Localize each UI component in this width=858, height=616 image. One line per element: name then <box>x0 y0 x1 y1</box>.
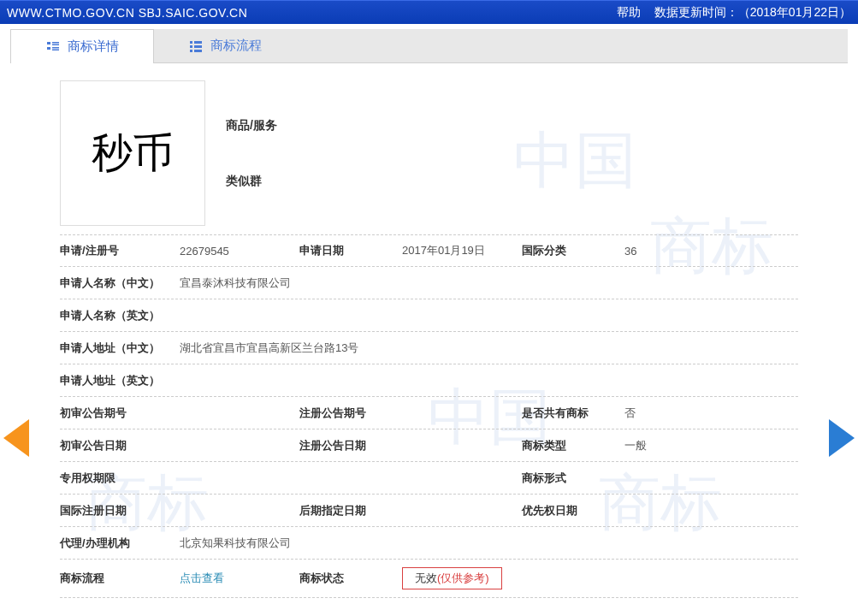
svg-rect-6 <box>190 41 192 44</box>
address-cn-label: 申请人地址（中文） <box>60 341 180 356</box>
applicant-en-label: 申请人名称（英文） <box>60 308 180 323</box>
svg-rect-7 <box>194 41 202 44</box>
svg-rect-2 <box>52 44 59 45</box>
prelim-date-label: 初审公告日期 <box>60 438 180 453</box>
row-prelim-no: 初审公告期号 注册公告期号 是否共有商标 否 <box>60 397 798 429</box>
tm-type-value: 一般 <box>624 438 744 453</box>
late-date-label: 后期指定日期 <box>299 503 402 518</box>
row-exclusive: 专用权期限 商标形式 <box>60 462 798 495</box>
tab-trademark-process[interactable]: 商标流程 <box>154 29 296 62</box>
applicant-cn-label: 申请人名称（中文） <box>60 275 180 291</box>
status-note: (仅供参考) <box>437 572 489 584</box>
row-address-en: 申请人地址（英文） <box>60 364 798 397</box>
app-date-value: 2017年01月19日 <box>402 243 522 258</box>
process-icon <box>188 38 204 54</box>
intl-class-label: 国际分类 <box>522 243 624 258</box>
address-en-label: 申请人地址（英文） <box>60 373 180 388</box>
status-badge: 无效(仅供参考) <box>402 567 502 589</box>
svg-rect-9 <box>194 45 202 48</box>
row-registration: 申请/注册号 22679545 申请日期 2017年01月19日 国际分类 36 <box>60 234 798 267</box>
svg-rect-5 <box>52 49 59 50</box>
process-label: 商标流程 <box>60 571 180 586</box>
address-cn-value: 湖北省宜昌市宜昌高新区兰台路13号 <box>180 341 798 356</box>
svg-rect-10 <box>190 50 192 52</box>
app-date-label: 申请日期 <box>299 243 402 258</box>
help-link[interactable]: 帮助 <box>617 5 641 21</box>
svg-rect-4 <box>52 47 59 49</box>
process-view-link[interactable]: 点击查看 <box>180 572 224 584</box>
row-agent: 代理/办理机构 北京知果科技有限公司 <box>60 527 798 560</box>
status-value: 无效 <box>415 572 437 584</box>
reg-no-label: 申请/注册号 <box>60 243 180 258</box>
header-section: 秒币 商品/服务 类似群 <box>60 80 798 226</box>
row-prelim-date: 初审公告日期 注册公告日期 商标类型 一般 <box>60 429 798 462</box>
svg-rect-8 <box>190 45 192 48</box>
row-process-status: 商标流程 点击查看 商标状态 无效(仅供参考) <box>60 560 798 598</box>
content-panel: 秒币 商品/服务 类似群 申请/注册号 22679545 申请日期 2017年0… <box>0 63 858 598</box>
similar-group-label: 类似群 <box>226 174 277 189</box>
tabs: 商标详情 商标流程 <box>10 29 848 63</box>
agent-label: 代理/办理机构 <box>60 536 180 551</box>
goods-services-label: 商品/服务 <box>226 118 277 133</box>
process-link-cell: 点击查看 <box>180 571 299 586</box>
tm-type-label: 商标类型 <box>522 438 624 453</box>
svg-rect-3 <box>47 47 50 50</box>
details-icon <box>45 39 61 55</box>
joint-value: 否 <box>624 406 744 421</box>
reg-notice-no-label: 注册公告期号 <box>299 406 402 421</box>
priority-date-label: 优先权日期 <box>522 503 624 518</box>
exclusive-label: 专用权期限 <box>60 471 180 486</box>
svg-rect-1 <box>52 42 59 44</box>
reg-notice-date-label: 注册公告日期 <box>299 438 402 453</box>
intl-reg-date-label: 国际注册日期 <box>60 503 180 518</box>
svg-rect-11 <box>194 50 202 52</box>
agent-value: 北京知果科技有限公司 <box>180 536 798 551</box>
site-url: WWW.CTMO.GOV.CN SBJ.SAIC.GOV.CN <box>7 6 247 20</box>
row-applicant-cn: 申请人名称（中文） 宜昌泰沐科技有限公司 <box>60 267 798 299</box>
tm-form-label: 商标形式 <box>522 471 624 486</box>
tab-process-label: 商标流程 <box>210 38 262 54</box>
intl-class-value: 36 <box>624 245 744 258</box>
trademark-logo: 秒币 <box>60 80 205 226</box>
top-banner: WWW.CTMO.GOV.CN SBJ.SAIC.GOV.CN 帮助 数据更新时… <box>0 0 858 24</box>
banner-right: 帮助 数据更新时间：（2018年01月22日） <box>617 5 851 21</box>
tab-details-label: 商标详情 <box>68 38 119 55</box>
prelim-no-label: 初审公告期号 <box>60 406 180 421</box>
reg-no-value: 22679545 <box>180 245 299 258</box>
applicant-cn-value: 宜昌泰沐科技有限公司 <box>180 275 798 291</box>
update-time: 数据更新时间：（2018年01月22日） <box>654 5 851 21</box>
row-applicant-en: 申请人名称（英文） <box>60 299 798 332</box>
row-address-cn: 申请人地址（中文） 湖北省宜昌市宜昌高新区兰台路13号 <box>60 332 798 364</box>
svg-rect-0 <box>47 42 50 44</box>
status-cell: 无效(仅供参考) <box>402 567 798 589</box>
status-label: 商标状态 <box>299 571 402 586</box>
tab-trademark-details[interactable]: 商标详情 <box>10 29 154 63</box>
joint-label: 是否共有商标 <box>522 406 624 421</box>
row-intl-reg-date: 国际注册日期 后期指定日期 优先权日期 <box>60 495 798 527</box>
